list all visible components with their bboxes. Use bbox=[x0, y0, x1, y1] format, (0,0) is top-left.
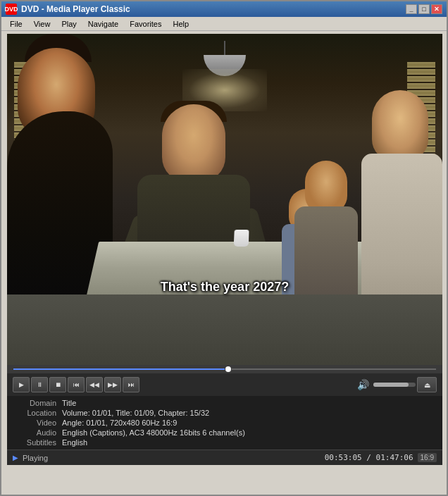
info-panel: Domain Title Location Volume: 01/01, Tit… bbox=[7, 396, 442, 450]
menu-help[interactable]: Help bbox=[167, 18, 194, 30]
play-button[interactable]: ▶ bbox=[13, 377, 30, 392]
seek-progress bbox=[13, 368, 225, 370]
window-title: DVD - Media Player Classic bbox=[21, 4, 406, 14]
menu-file[interactable]: File bbox=[4, 18, 28, 30]
status-playing: ▶ Playing bbox=[13, 454, 48, 462]
app-icon: DVD bbox=[6, 4, 17, 15]
menu-play[interactable]: Play bbox=[56, 18, 82, 30]
video-value: Angle: 01/01, 720x480 60Hz 16:9 bbox=[62, 418, 437, 427]
stop-button[interactable]: ⏹ bbox=[49, 377, 66, 392]
rewind-button[interactable]: ◀◀ bbox=[86, 377, 103, 392]
time-total: 01:47:06 bbox=[376, 453, 413, 462]
seek-remaining bbox=[232, 368, 436, 370]
subtitles-value: English bbox=[62, 438, 437, 447]
maximize-button[interactable]: □ bbox=[418, 4, 430, 14]
playing-icon: ▶ bbox=[13, 454, 18, 461]
volume-slider[interactable] bbox=[373, 383, 416, 387]
domain-value: Title bbox=[62, 399, 437, 407]
video-area[interactable]: That's the year 2027? bbox=[7, 34, 442, 365]
volume-icon[interactable]: 🔊 bbox=[354, 379, 372, 390]
video-scene: That's the year 2027? bbox=[7, 34, 442, 365]
audio-label: Audio bbox=[13, 428, 62, 437]
location-value: Volume: 01/01, Title: 01/09, Chapter: 15… bbox=[62, 409, 437, 417]
menu-bar: File View Play Navigate Favorites Help bbox=[1, 17, 447, 31]
domain-label: Domain bbox=[13, 399, 62, 407]
menu-view[interactable]: View bbox=[28, 18, 56, 30]
prev-button[interactable]: ⏮ bbox=[68, 377, 85, 392]
window-controls: _ □ ✕ bbox=[406, 4, 442, 14]
status-bar: ▶ Playing 00:53:05 / 01:47:06 16:9 bbox=[7, 450, 442, 465]
eject-button[interactable]: ⏏ bbox=[417, 377, 437, 392]
minimize-button[interactable]: _ bbox=[406, 4, 417, 14]
video-label: Video bbox=[13, 418, 62, 427]
floor bbox=[7, 294, 442, 365]
menu-navigate[interactable]: Navigate bbox=[82, 18, 124, 30]
app-inner: That's the year 2027? ▶ ⏸ ⏹ ⏮ ◀◀ ▶▶ ⏭ 🔊 … bbox=[7, 34, 441, 465]
subtitle-text: That's the year 2027? bbox=[7, 280, 442, 294]
cup bbox=[234, 230, 249, 247]
app-window: DVD DVD - Media Player Classic _ □ ✕ Fil… bbox=[0, 0, 448, 496]
controls-bar: ▶ ⏸ ⏹ ⏮ ◀◀ ▶▶ ⏭ 🔊 ⏏ bbox=[7, 373, 442, 396]
volume-fill bbox=[373, 383, 409, 387]
close-button[interactable]: ✕ bbox=[431, 4, 442, 14]
seek-bar[interactable] bbox=[7, 365, 442, 373]
aspect-ratio-badge: 16:9 bbox=[418, 453, 437, 462]
time-separator: / bbox=[366, 453, 375, 462]
time-current: 00:53:05 bbox=[325, 453, 362, 462]
subtitles-label: Subtitles bbox=[13, 438, 62, 447]
audio-value: English (Captions), AC3 48000Hz 16bits 6… bbox=[62, 428, 437, 437]
menu-favorites[interactable]: Favorites bbox=[124, 18, 167, 30]
status-time: 00:53:05 / 01:47:06 bbox=[325, 453, 413, 462]
seek-handle[interactable] bbox=[225, 366, 231, 372]
pause-button[interactable]: ⏸ bbox=[31, 377, 48, 392]
next-button[interactable]: ⏭ bbox=[123, 377, 139, 392]
forward-button[interactable]: ▶▶ bbox=[104, 377, 121, 392]
title-bar: DVD DVD - Media Player Classic _ □ ✕ bbox=[1, 1, 447, 17]
location-label: Location bbox=[13, 409, 62, 417]
playing-label: Playing bbox=[23, 454, 48, 462]
